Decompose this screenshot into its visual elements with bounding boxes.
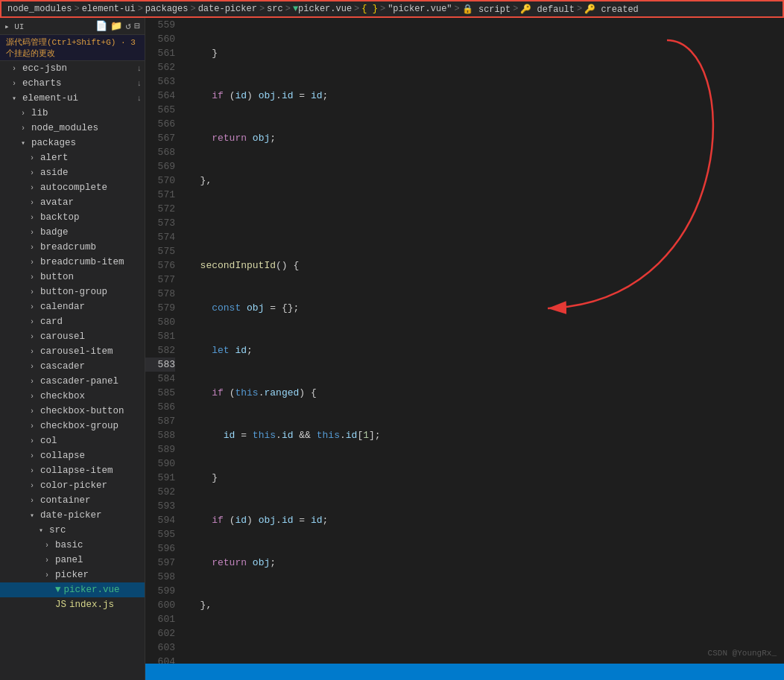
folder-arrow-icon [30,288,39,296]
code-lines[interactable]: } if (id) obj.id = id; return obj; }, se… [183,18,784,664]
folder-arrow-icon [30,511,39,520]
sidebar-item-label: checkbox [40,391,85,401]
breadcrumb-item[interactable]: 🔒 script [462,4,510,15]
code-line-569: } [189,471,784,485]
watermark: CSDN @YoungRx_ [708,649,777,658]
breadcrumb-sep: > [354,4,359,14]
sidebar-item-picker-vue[interactable]: ▼ picker.vue [0,582,145,597]
sidebar-item-checkbox-button[interactable]: checkbox-button [0,404,145,419]
sidebar-item-cascader-panel[interactable]: cascader-panel [0,374,145,389]
sidebar-item-echarts[interactable]: echarts ↓ [0,76,145,91]
folder-arrow-icon [30,333,39,341]
new-folder-icon[interactable]: 📁 [110,20,122,32]
sidebar-item-label: carousel [40,331,85,342]
sidebar-item-carousel-item[interactable]: carousel-item [0,344,145,359]
sidebar-item-container[interactable]: container [0,493,145,508]
sidebar-item-ecc-jsbn[interactable]: ecc-jsbn ↓ [0,61,145,76]
sidebar-item-button-group[interactable]: button-group [0,285,145,299]
sidebar-item-checkbox[interactable]: checkbox [0,389,145,404]
breadcrumb-item[interactable]: 🔑 created [584,4,639,15]
refresh-icon[interactable]: ↺ [125,20,131,32]
sidebar-item-label: color-picker [40,480,107,491]
code-line-561: return obj; [189,131,784,145]
sidebar-item-packages[interactable]: packages [0,136,145,150]
sidebar-item-element-ui[interactable]: element-ui ↓ [0,91,145,106]
sidebar-item-picker[interactable]: picker [0,568,145,582]
sidebar-item-avatar[interactable]: avatar [0,195,145,210]
sidebar-item-lib[interactable]: lib [0,106,145,121]
sidebar-item-card[interactable]: card [0,314,145,329]
sidebar-item-collapse-item[interactable]: collapse-item [0,463,145,478]
sidebar-item-aside[interactable]: aside [0,165,145,180]
folder-arrow-icon [21,109,30,118]
code-line-570: if (id) obj.id = id; [189,513,784,527]
sidebar-item-label: checkbox-button [40,406,124,416]
breadcrumb-sep: > [513,4,518,14]
sidebar-item-date-picker[interactable]: date-picker [0,508,145,523]
sidebar-item-label: date-picker [40,510,102,521]
sidebar-item-button[interactable]: button [0,270,145,285]
sidebar-item-label: ecc-jsbn [22,63,67,74]
folder-arrow-icon [30,452,39,460]
code-line-568: id = this.id && this.id[1]; [189,428,784,442]
collapse-icon[interactable]: ⊟ [134,20,140,32]
sidebar-item-node-modules[interactable]: node_modules [0,121,145,136]
breadcrumb-item[interactable]: date-picker [198,4,257,14]
sidebar-item-color-picker[interactable]: color-picker [0,478,145,493]
sidebar-item-src[interactable]: src [0,523,145,538]
breadcrumb-bar: node_modules > element-ui > packages > d… [0,0,784,18]
folder-arrow-icon [30,482,39,490]
sidebar-item-label: element-ui [22,93,78,104]
folder-arrow-icon [30,169,39,177]
sidebar-item-backtop[interactable]: backtop [0,210,145,225]
breadcrumb-sep: > [74,4,79,14]
code-line-562: }, [189,174,784,188]
sidebar-item-label: panel [55,555,83,565]
breadcrumb-item[interactable]: picker.vue [298,4,352,14]
new-file-icon[interactable]: 📄 [95,20,107,32]
breadcrumb-item[interactable]: 🔑 default [520,4,575,15]
breadcrumb-item[interactable]: src [267,4,283,14]
code-line-560: if (id) obj.id = id; [189,89,784,103]
breadcrumb-item[interactable]: { } [361,4,378,14]
folder-arrow-icon [30,393,39,401]
source-control-notification[interactable]: 源代码管理(Ctrl+Shift+G) · 3 个挂起的更改 [0,34,145,61]
sidebar-item-index-js[interactable]: JS index.js [0,597,145,612]
sidebar-item-basic[interactable]: basic [0,538,145,553]
sidebar-item-collapse[interactable]: collapse [0,448,145,463]
folder-arrow-icon [12,80,21,88]
sidebar-item-label: checkbox-group [40,421,118,431]
folder-arrow-icon [30,407,39,416]
breadcrumb-item[interactable]: node_modules [7,4,72,14]
folder-arrow-icon [30,273,39,282]
sidebar-item-label: carousel-item [40,346,113,357]
sidebar-item-label: card [40,317,63,327]
breadcrumb-sep: > [285,4,291,14]
sidebar-item-badge[interactable]: badge [0,225,145,240]
sidebar-item-cascader[interactable]: cascader [0,359,145,374]
folder-arrow-icon [30,199,39,207]
sidebar-item-panel[interactable]: panel [0,553,145,568]
sidebar-item-col[interactable]: col [0,433,145,448]
sidebar-item-calendar[interactable]: calendar [0,299,145,314]
breadcrumb-item[interactable]: packages [145,4,189,14]
sidebar-item-breadcrumb-item[interactable]: breadcrumb-item [0,255,145,270]
sidebar: ▸ UI 📄 📁 ↺ ⊟ 源代码管理(Ctrl+Shift+G) · 3 个挂起… [0,18,145,680]
breadcrumb-item[interactable]: "picker.vue" [388,4,452,14]
sidebar-item-autocomplete[interactable]: autocomplete [0,180,145,195]
folder-arrow-icon [45,541,54,550]
sidebar-item-label: picker [55,570,89,580]
sidebar-item-breadcrumb[interactable]: breadcrumb [0,240,145,255]
breadcrumb-item[interactable]: element-ui [82,4,136,14]
sidebar-item-carousel[interactable]: carousel [0,329,145,344]
folder-arrow-icon [30,467,39,475]
sidebar-item-label: lib [31,108,48,118]
sidebar-item-alert[interactable]: alert [0,150,145,165]
sidebar-item-label: cascader-panel [40,376,118,387]
sidebar-item-checkbox-group[interactable]: checkbox-group [0,419,145,433]
code-content: 559 560 561 562 563 564 565 566 567 568 … [145,18,784,664]
code-line-571: return obj; [189,556,784,570]
line-numbers: 559 560 561 562 563 564 565 566 567 568 … [145,18,183,664]
git-tag: ↓ [136,79,142,88]
folder-arrow-icon [21,124,30,133]
